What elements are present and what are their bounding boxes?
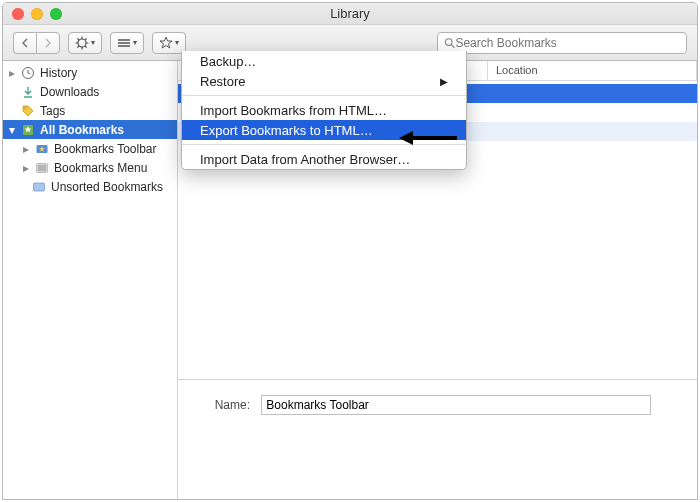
chevron-right-icon: ▶	[440, 76, 448, 87]
zoom-icon[interactable]	[50, 8, 62, 20]
unsorted-folder-icon	[31, 179, 47, 195]
svg-line-5	[77, 38, 79, 40]
chevron-right-icon: ▸	[21, 142, 30, 156]
sidebar-label: Downloads	[40, 85, 99, 99]
forward-button[interactable]	[36, 32, 60, 54]
svg-line-8	[85, 38, 87, 40]
chevron-down-icon: ▾	[7, 123, 16, 137]
star-icon	[159, 36, 173, 50]
bookmarks-icon	[20, 122, 36, 138]
sidebar: ▸ History Downloads Tags ▾ All Bookmarks…	[3, 61, 178, 499]
nav-segment	[13, 32, 60, 54]
search-input[interactable]	[455, 36, 680, 50]
sidebar-item-unsorted-bookmarks[interactable]: Unsorted Bookmarks	[3, 177, 177, 196]
svg-line-13	[451, 44, 454, 47]
menu-item-import-browser[interactable]: Import Data from Another Browser…	[182, 149, 466, 169]
views-button[interactable]: ▾	[110, 32, 144, 54]
sidebar-label: Bookmarks Toolbar	[54, 142, 157, 156]
sidebar-item-downloads[interactable]: Downloads	[3, 82, 177, 101]
sidebar-label: History	[40, 66, 77, 80]
titlebar: Library	[3, 3, 697, 25]
menu-item-backup[interactable]: Backup…	[182, 51, 466, 71]
sidebar-item-bookmarks-toolbar[interactable]: ▸ Bookmarks Toolbar	[3, 139, 177, 158]
svg-point-0	[78, 39, 86, 47]
library-window: Library ▾ ▾ ▾	[2, 2, 698, 500]
sidebar-item-tags[interactable]: Tags	[3, 101, 177, 120]
close-icon[interactable]	[12, 8, 24, 20]
svg-line-6	[85, 46, 87, 48]
window-title: Library	[3, 6, 697, 21]
download-icon	[20, 84, 36, 100]
menu-item-restore[interactable]: Restore ▶	[182, 71, 466, 91]
menu-item-export-html[interactable]: Export Bookmarks to HTML…	[182, 120, 466, 140]
chevron-right-icon: ▸	[7, 66, 16, 80]
sidebar-item-bookmarks-menu[interactable]: ▸ Bookmarks Menu	[3, 158, 177, 177]
svg-rect-23	[34, 183, 45, 191]
organize-button[interactable]: ▾	[68, 32, 102, 54]
minimize-icon[interactable]	[31, 8, 43, 20]
sidebar-label: Bookmarks Menu	[54, 161, 147, 175]
chevron-right-icon: ▸	[21, 161, 30, 175]
sidebar-label: All Bookmarks	[40, 123, 124, 137]
menu-separator	[182, 144, 466, 145]
sidebar-label: Tags	[40, 104, 65, 118]
details-name-label: Name:	[200, 398, 250, 412]
toolbar-folder-icon	[34, 141, 50, 157]
svg-point-16	[24, 107, 26, 109]
search-field[interactable]	[437, 32, 687, 54]
menu-item-import-html[interactable]: Import Bookmarks from HTML…	[182, 100, 466, 120]
search-icon	[444, 37, 455, 49]
gear-icon	[75, 36, 89, 50]
import-export-menu: Backup… Restore ▶ Import Bookmarks from …	[181, 51, 467, 170]
menu-separator	[182, 95, 466, 96]
sidebar-item-history[interactable]: ▸ History	[3, 63, 177, 82]
details-pane: Name:	[178, 379, 697, 499]
details-name-input[interactable]	[261, 395, 651, 415]
svg-line-7	[77, 46, 79, 48]
svg-point-12	[445, 38, 452, 45]
menu-folder-icon	[34, 160, 50, 176]
column-location[interactable]: Location	[488, 61, 697, 80]
tag-icon	[20, 103, 36, 119]
sidebar-item-all-bookmarks[interactable]: ▾ All Bookmarks	[3, 120, 177, 139]
traffic-lights	[3, 8, 62, 20]
sidebar-label: Unsorted Bookmarks	[51, 180, 163, 194]
list-icon	[117, 38, 131, 48]
back-button[interactable]	[13, 32, 36, 54]
clock-icon	[20, 65, 36, 81]
